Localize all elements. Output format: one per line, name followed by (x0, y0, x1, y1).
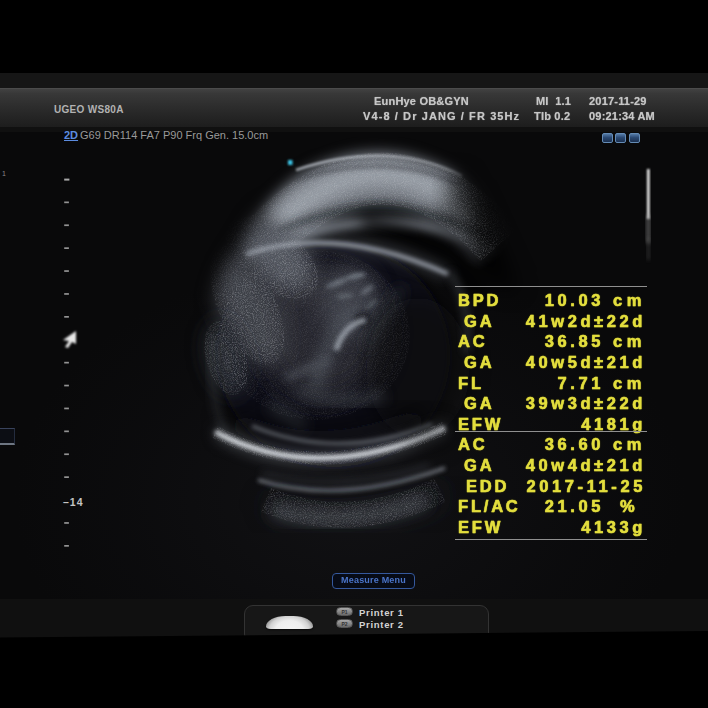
svg-text:–14: –14 (63, 496, 84, 508)
